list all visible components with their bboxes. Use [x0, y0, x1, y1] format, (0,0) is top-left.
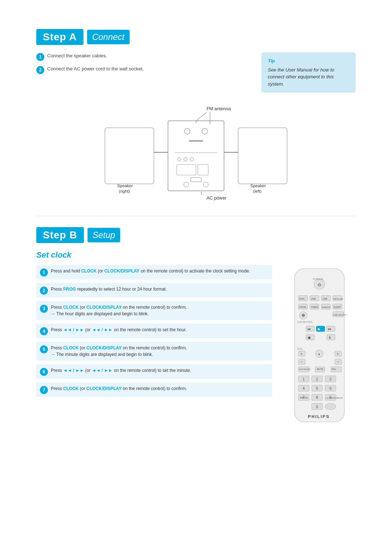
fm-label: FM antenna [207, 106, 231, 111]
svg-text:USB RECORD: USB RECORD [297, 321, 313, 323]
svg-text:DIM/OFF: DIM/OFF [322, 306, 330, 308]
step-b-section: Step B Setup Set clock 1 Press and hold … [36, 227, 356, 426]
svg-point-9 [177, 157, 181, 161]
tip-text: See the User Manual for how to connect o… [268, 66, 349, 88]
clock-highlight-1: CLOCK [81, 268, 97, 274]
step-b-7-num: 7 [40, 386, 48, 394]
section-divider [36, 216, 356, 216]
svg-point-47 [302, 314, 305, 317]
step-b-6: 6 Press ◄◄ / ►► (or ◄◄ / ►► on the remot… [36, 364, 272, 379]
tip-box: Tip See the User Manual for how to conne… [261, 52, 356, 93]
svg-text:(right): (right) [119, 189, 130, 193]
svg-rect-4 [168, 121, 224, 191]
step-b-5-num: 5 [40, 345, 48, 353]
step-b-2-num: 2 [40, 287, 48, 295]
svg-text:6: 6 [329, 386, 331, 390]
step-b-4-num: 4 [40, 327, 48, 335]
step-b-1-text: Press and hold CLOCK (or CLOCK/DISPLAY o… [51, 268, 250, 274]
svg-rect-13 [198, 165, 208, 175]
prev-next-remote-4: ◄◄ / ►► [92, 327, 113, 332]
svg-text:POWER: POWER [313, 278, 323, 281]
svg-line-25 [196, 112, 207, 121]
svg-rect-14 [191, 177, 201, 182]
tip-label: Tip [268, 57, 349, 65]
svg-text:VOL: VOL [332, 368, 336, 370]
svg-text:⏻: ⏻ [318, 283, 321, 287]
clock-highlight-7: CLOCK [63, 386, 79, 391]
step-b-2-text: Press PROG repeatedly to select 12 hour … [51, 286, 167, 292]
svg-point-5 [184, 128, 190, 134]
step-b-1-num: 1 [40, 268, 48, 276]
svg-text:⏹: ⏹ [307, 336, 311, 340]
clock-display-highlight-1: CLOCK/DISPLAY [104, 268, 139, 274]
svg-text:DISC: DISC [299, 297, 305, 300]
step-b-3-num: 3 [40, 305, 48, 313]
svg-point-16 [203, 182, 208, 187]
diagram-area: FM antenna Speaker (right) Speak [36, 100, 356, 201]
svg-text:+: + [300, 352, 302, 356]
step-b-7-text: Press CLOCK (or CLOCK/DISPLAY on the rem… [51, 385, 187, 392]
svg-text:7: 7 [303, 395, 305, 399]
step-b-content: 1 Press and hold CLOCK (or CLOCK/DISPLAY… [36, 265, 356, 426]
step-a-letter: Step A [36, 29, 83, 45]
step-b-4-text: Press ◄◄ / ►► (or ◄◄ / ►► on the remote … [51, 327, 187, 333]
svg-text:−: − [300, 360, 302, 364]
svg-rect-1 [105, 128, 154, 184]
svg-text:5: 5 [316, 386, 318, 390]
step-b-instructions: 1 Press and hold CLOCK (or CLOCK/DISPLAY… [36, 265, 272, 426]
svg-text:VOL: VOL [297, 347, 303, 350]
step-a-1-num: 1 [36, 53, 44, 61]
clock-display-highlight-7: CLOCK/DISPLAY [86, 386, 122, 391]
prev-next-highlight-6: ◄◄ / ►► [63, 368, 84, 373]
clock-highlight-5: CLOCK [63, 345, 79, 350]
svg-point-6 [202, 128, 207, 134]
philips-brand: PHILIPS [308, 414, 330, 419]
step-a-header: Step A Connect [36, 29, 356, 45]
step-a-1: 1 Connect the speaker cables. [36, 52, 250, 61]
svg-text:CLOCK/DISPLAY: CLOCK/DISPLAY [326, 397, 343, 399]
clock-display-highlight-5: CLOCK/DISPLAY [86, 345, 122, 350]
step-b-5: 5 Press CLOCK (or CLOCK/DISPLAY on the r… [36, 342, 272, 361]
clock-highlight-3: CLOCK [63, 305, 79, 310]
step-b-1: 1 Press and hold CLOCK (or CLOCK/DISPLAY… [36, 265, 272, 279]
svg-text:⏮: ⏮ [307, 327, 311, 331]
svg-text:0: 0 [316, 405, 318, 409]
svg-text:Speaker: Speaker [250, 184, 266, 188]
svg-text:+: + [336, 352, 339, 356]
step-b-3-text: Press CLOCK (or CLOCK/DISPLAY on the rem… [51, 304, 187, 317]
step-b-2: 2 Press PROG repeatedly to select 12 hou… [36, 283, 272, 297]
clock-display-highlight-3: CLOCK/DISPLAY [86, 305, 122, 310]
svg-text:(left): (left) [253, 189, 261, 193]
step-b-6-num: 6 [40, 368, 48, 376]
svg-text:1: 1 [303, 377, 305, 381]
set-clock-title: Set clock [36, 250, 356, 260]
page: Step A Connect 1 Connect the speaker cab… [0, 0, 392, 455]
svg-text:SLEEP: SLEEP [334, 306, 341, 308]
svg-text:USB: USB [311, 297, 316, 300]
svg-text:MUTE: MUTE [317, 368, 323, 370]
svg-text:⏭: ⏭ [328, 327, 331, 331]
svg-text:9: 9 [329, 395, 331, 399]
svg-text:4: 4 [303, 386, 305, 390]
svg-text:MP3 LINK: MP3 LINK [334, 298, 343, 300]
svg-text:PROG: PROG [299, 306, 306, 308]
step-a-2-text: Connect the AC power cord to the wall so… [47, 65, 144, 73]
step-b-5-text: Press CLOCK (or CLOCK/DISPLAY on the rem… [51, 345, 187, 358]
step-b-header: Step B Setup [36, 227, 356, 243]
svg-text:−: − [336, 360, 339, 364]
step-a-2: 2 Connect the AC power cord to the wall … [36, 65, 250, 74]
step-b-7: 7 Press CLOCK (or CLOCK/DISPLAY on the r… [36, 382, 272, 397]
svg-text:●: ● [318, 352, 320, 356]
step-a-1-text: Connect the speaker cables. [47, 52, 107, 59]
svg-point-10 [184, 157, 187, 161]
step-a-title: Connect [87, 30, 130, 44]
prev-next-highlight-4: ◄◄ / ►► [63, 327, 84, 332]
prog-highlight: PROG [63, 287, 76, 292]
step-b-3: 3 Press CLOCK (or CLOCK/DISPLAY on the r… [36, 301, 272, 320]
svg-rect-101 [325, 403, 336, 410]
svg-text:3: 3 [329, 377, 331, 381]
step-a-content: 1 Connect the speaker cables. 2 Connect … [36, 52, 356, 93]
connection-diagram: FM antenna Speaker (right) Speak [94, 100, 298, 201]
svg-text:Speaker: Speaker [117, 184, 133, 188]
step-b-6-text: Press ◄◄ / ►► (or ◄◄ / ►► on the remote … [51, 367, 191, 374]
